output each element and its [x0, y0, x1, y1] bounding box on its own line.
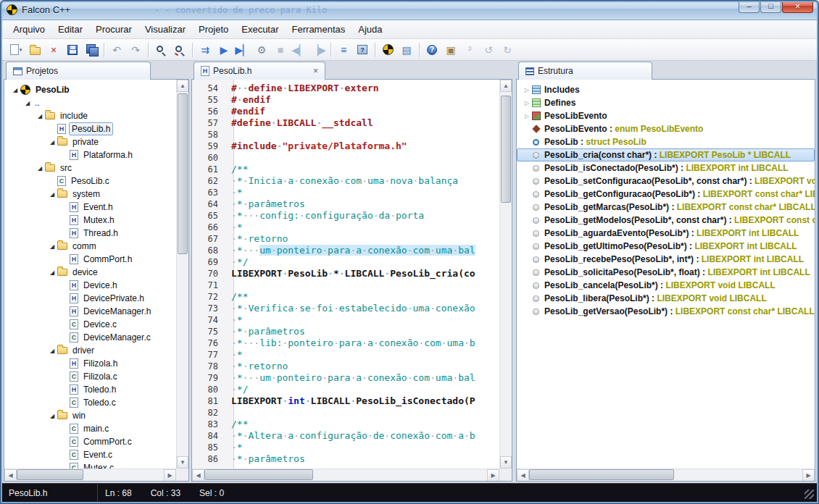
- menu-item-arquivo[interactable]: Arquivo: [7, 21, 51, 38]
- menu-item-executar[interactable]: Executar: [235, 21, 285, 38]
- structure-item-pesolib[interactable]: PesoLib : struct PesoLib: [517, 135, 815, 148]
- structure-item-pesolibevento[interactable]: PesoLibEvento : enum PesoLibEvento: [517, 122, 815, 135]
- structure-item-pesolib-getversao-pesolib[interactable]: PesoLib_getVersao(PesoLib*) : LIBEXPORT …: [517, 305, 815, 318]
- expander-icon[interactable]: ◢: [35, 113, 45, 119]
- structure-horizontal-scrollbar[interactable]: ◀ ▶: [517, 469, 815, 481]
- tree-item-mutex-c[interactable]: Mutex.c: [4, 461, 176, 469]
- open-file-button[interactable]: [25, 41, 44, 59]
- structure-item-pesolib-getmarcas-pesolib[interactable]: PesoLib_getMarcas(PesoLib*) : LIBEXPORT …: [517, 201, 815, 214]
- structure-item-includes[interactable]: ▷Includes: [517, 83, 815, 96]
- tree-item-event-h[interactable]: Event.h: [4, 201, 176, 214]
- structure-item-pesolib-libera-pesolib[interactable]: PesoLib_libera(PesoLib*) : LIBEXPORT voi…: [517, 292, 815, 305]
- tree-item-system[interactable]: ◢system: [4, 188, 176, 201]
- redo-button[interactable]: ↷: [126, 41, 145, 59]
- help-button[interactable]: [423, 41, 441, 59]
- scrollbar-thumb[interactable]: [501, 96, 511, 203]
- tree-item-thread-h[interactable]: Thread.h: [4, 227, 176, 240]
- tree-item-pesolib-h[interactable]: PesoLib.h: [4, 122, 176, 135]
- stop-button[interactable]: ■: [271, 41, 290, 59]
- tree-item-device[interactable]: ◢device: [4, 266, 176, 279]
- scroll-down-icon[interactable]: ▼: [177, 456, 188, 469]
- structure-item-pesolib-setconfiguracao-pesolib-const-char[interactable]: PesoLib_setConfiguracao(PesoLib*, const …: [517, 175, 815, 188]
- structure-item-pesolibevento[interactable]: ▷PesoLibEvento: [517, 109, 815, 122]
- scroll-right-icon[interactable]: ▶: [164, 469, 176, 482]
- tree-item-comm[interactable]: ◢comm: [4, 240, 176, 253]
- structure-item-pesolib-recebepeso-pesolib-int[interactable]: PesoLib_recebePeso(PesoLib*, int*) : LIB…: [517, 253, 815, 266]
- tree-item-include[interactable]: ◢include: [4, 109, 176, 122]
- step-into-button[interactable]: ▕▶: [309, 41, 328, 59]
- tab-projetos[interactable]: Projetos: [6, 62, 151, 80]
- find-button[interactable]: [151, 41, 170, 59]
- save-button[interactable]: [63, 41, 82, 59]
- structure-item-pesolib-getultimopeso-pesolib[interactable]: PesoLib_getUltimoPeso(PesoLib*) : LIBEXP…: [517, 240, 815, 253]
- structure-item-pesolib-aguardaevento-pesolib[interactable]: PesoLib_aguardaEvento(PesoLib*) : LIBEXP…: [517, 227, 815, 240]
- macro-3-button[interactable]: ↻: [498, 41, 517, 59]
- tree-item-driver[interactable]: ◢driver: [4, 344, 176, 357]
- close-file-button[interactable]: ×: [44, 41, 63, 59]
- structure-item-pesolib-isconectado-pesolib[interactable]: PesoLib_isConectado(PesoLib*) : LIBEXPOR…: [517, 161, 815, 175]
- maximize-button[interactable]: □: [760, 0, 781, 13]
- compile-run-button[interactable]: ▶▏: [233, 41, 252, 59]
- tree-item-device-c[interactable]: Device.c: [4, 318, 176, 331]
- resize-grip-icon[interactable]: [805, 490, 814, 499]
- tree-item-devicemanager-h[interactable]: DeviceManager.h: [4, 305, 176, 318]
- build-options-button[interactable]: ⚙: [252, 41, 271, 59]
- projects-horizontal-scrollbar[interactable]: ◀ ▶: [4, 469, 176, 481]
- falcon-tools-button[interactable]: [378, 41, 397, 59]
- run-button[interactable]: ▶: [215, 41, 233, 59]
- expander-icon[interactable]: ◢: [47, 413, 57, 419]
- editor-horizontal-scrollbar[interactable]: ◀ ▶: [192, 469, 499, 481]
- expander-icon[interactable]: ◢: [35, 165, 45, 172]
- projects-vertical-scrollbar[interactable]: ▲ ▼: [176, 80, 188, 469]
- expander-icon[interactable]: ◢: [22, 100, 33, 106]
- scroll-right-icon[interactable]: ▶: [802, 469, 815, 482]
- step-over-button[interactable]: ◀▏: [290, 41, 309, 59]
- tree-item-device-h[interactable]: Device.h: [4, 279, 176, 292]
- structure-item-pesolib-cancela-pesolib[interactable]: PesoLib_cancela(PesoLib*) : LIBEXPORT vo…: [517, 279, 815, 292]
- scroll-left-icon[interactable]: ◀: [192, 469, 204, 482]
- expander-icon[interactable]: ◢: [47, 243, 57, 250]
- tree-item-toledo-c[interactable]: Toledo.c: [4, 396, 176, 409]
- code-editor[interactable]: 54#··define·LIBEXPORT·extern55#·endif56#…: [192, 80, 499, 469]
- editor-vertical-scrollbar[interactable]: ▲ ▼: [499, 80, 512, 469]
- tree-item-pesolib-c[interactable]: PesoLib.c: [4, 175, 176, 188]
- structure-item-pesolib-getconfiguracao-pesolib[interactable]: PesoLib_getConfiguracao(PesoLib*) : LIBE…: [517, 188, 815, 201]
- menu-item-procurar[interactable]: Procurar: [89, 21, 138, 38]
- package-button[interactable]: ▣: [441, 41, 460, 59]
- replace-button[interactable]: [170, 41, 189, 59]
- expander-icon[interactable]: ◢: [47, 348, 57, 354]
- scroll-down-icon[interactable]: ▼: [500, 456, 512, 469]
- scroll-up-icon[interactable]: ▲: [500, 80, 512, 92]
- undo-button[interactable]: ↶: [107, 41, 126, 59]
- expander-icon[interactable]: ▷: [522, 100, 532, 106]
- menu-item-projeto[interactable]: Projeto: [192, 21, 235, 38]
- tree-item-main-c[interactable]: main.c: [4, 422, 176, 435]
- expander-icon[interactable]: ◢: [10, 87, 20, 93]
- scroll-right-icon[interactable]: ▶: [487, 469, 499, 482]
- new-file-button[interactable]: ▾: [7, 41, 25, 59]
- tab-estrutura[interactable]: Estrutura: [518, 62, 652, 80]
- tree-item-commport-h[interactable]: CommPort.h: [4, 253, 176, 266]
- menu-item-visualizar[interactable]: Visualizar: [138, 21, 192, 38]
- scrollbar-thumb[interactable]: [204, 469, 313, 480]
- structure-item-pesolib-solicitapeso-pesolib-float[interactable]: PesoLib_solicitaPeso(PesoLib*, float) : …: [517, 266, 815, 279]
- structure-item-defines[interactable]: ▷Defines: [517, 96, 815, 109]
- tree-item-commport-c[interactable]: CommPort.c: [4, 435, 176, 448]
- tree-item-filizola-c[interactable]: Filizola.c: [4, 370, 176, 383]
- tab-pesolib-h[interactable]: PesoLib.h ×: [194, 62, 325, 80]
- menu-item-ferramentas[interactable]: Ferramentas: [286, 21, 352, 38]
- tab-close-icon[interactable]: ×: [303, 66, 318, 76]
- tree-item-deviceprivate-h[interactable]: DevicePrivate.h: [4, 292, 176, 305]
- tree-item-private[interactable]: ◢private: [4, 135, 176, 148]
- scroll-left-icon[interactable]: ◀: [517, 469, 529, 482]
- expander-icon[interactable]: ▷: [522, 113, 532, 119]
- structure-item-pesolib-cria-const-char[interactable]: PesoLib_cria(const char*) : LIBEXPORT Pe…: [517, 148, 815, 161]
- scrollbar-thumb[interactable]: [17, 469, 83, 480]
- tree-item-devicemanager-c[interactable]: DeviceManager.c: [4, 331, 176, 344]
- macro-2-button[interactable]: ↺: [479, 41, 498, 59]
- todo-list-button[interactable]: ≡: [334, 41, 353, 59]
- report-button[interactable]: ▤: [397, 41, 416, 59]
- tree-item-[interactable]: ◢..: [4, 96, 176, 109]
- tree-item-plataforma-h[interactable]: Plataforma.h: [4, 148, 176, 161]
- help-index-button[interactable]: [353, 41, 372, 59]
